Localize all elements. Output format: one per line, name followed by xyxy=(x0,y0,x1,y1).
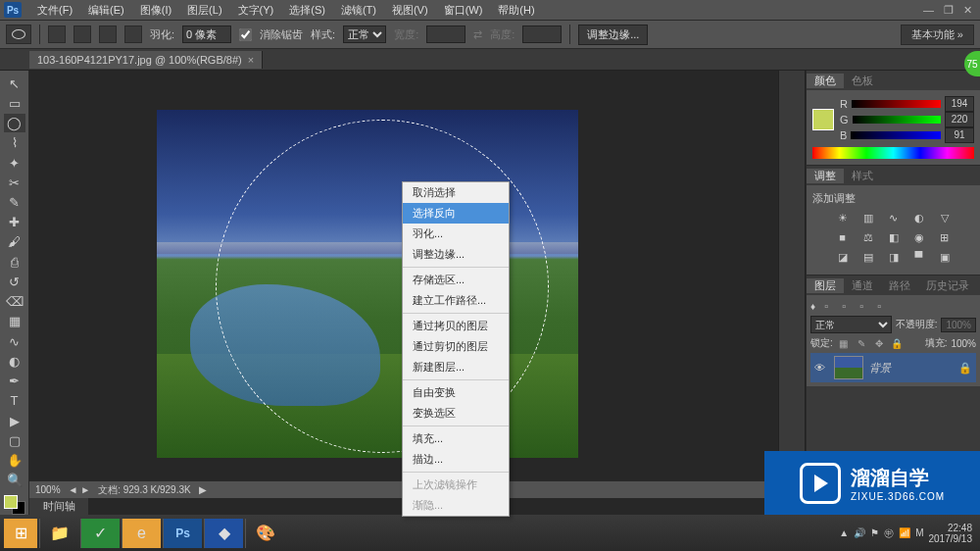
collapsed-panel-strip[interactable] xyxy=(778,71,806,515)
taskbar-app2[interactable]: ◆ xyxy=(204,519,243,548)
context-menu-item[interactable]: 自由变换 xyxy=(403,382,509,403)
start-button[interactable]: ⊞ xyxy=(4,519,37,548)
context-menu-item[interactable]: 变换选区 xyxy=(403,403,509,424)
clock[interactable]: 22:48 2017/9/13 xyxy=(929,523,973,544)
feather-input[interactable] xyxy=(182,25,231,43)
menu-type[interactable]: 文字(Y) xyxy=(230,3,282,18)
refine-edge-button[interactable]: 调整边缘... xyxy=(578,25,648,45)
brush-tool[interactable]: 🖌 xyxy=(4,233,25,251)
gradient-map-icon[interactable]: ▀ xyxy=(910,249,928,265)
tray-icon[interactable]: 📶 xyxy=(899,527,910,538)
style-select[interactable]: 正常 xyxy=(343,25,386,43)
levels-icon[interactable]: ▥ xyxy=(859,210,877,225)
layer-item[interactable]: 👁 背景 🔒 xyxy=(810,353,976,382)
g-value[interactable]: 220 xyxy=(945,112,974,127)
workspace-switcher[interactable]: 基本功能 » xyxy=(901,25,974,45)
g-slider[interactable] xyxy=(853,116,941,124)
context-menu-item[interactable]: 存储选区... xyxy=(403,270,509,290)
selection-subtract[interactable] xyxy=(99,25,117,43)
tab-swatches[interactable]: 色板 xyxy=(844,74,881,88)
hue-spectrum[interactable] xyxy=(812,147,974,159)
gradient-tool[interactable]: ▦ xyxy=(4,313,25,330)
quick-select-tool[interactable]: ✦ xyxy=(4,154,25,172)
layer-name[interactable]: 背景 xyxy=(869,361,953,376)
context-menu-item[interactable]: 选择反向 xyxy=(403,203,509,224)
document-tab[interactable]: 103-160P4121PY17.jpg @ 100%(RGB/8#) × xyxy=(29,51,263,69)
lock-transparency-icon[interactable]: ▦ xyxy=(837,336,851,350)
antialias-checkbox[interactable] xyxy=(239,28,252,41)
vibrance-icon[interactable]: ▽ xyxy=(936,210,954,225)
maximize-button[interactable]: ❐ xyxy=(944,4,954,17)
hue-icon[interactable]: ■ xyxy=(834,229,852,245)
curves-icon[interactable]: ∿ xyxy=(885,210,903,225)
dodge-tool[interactable]: ◐ xyxy=(4,352,25,370)
tab-channels[interactable]: 通道 xyxy=(844,278,881,293)
menu-select[interactable]: 选择(S) xyxy=(281,3,333,18)
visibility-icon[interactable]: 👁 xyxy=(814,362,828,374)
r-slider[interactable] xyxy=(852,100,941,108)
r-value[interactable]: 194 xyxy=(945,96,974,112)
blend-mode-select[interactable]: 正常 xyxy=(810,316,892,333)
taskbar-folder[interactable]: 📁 xyxy=(39,519,78,548)
crop-tool[interactable]: ✂ xyxy=(4,174,25,191)
tray-icon[interactable]: 🔊 xyxy=(854,527,865,538)
stamp-tool[interactable]: ⎙ xyxy=(4,253,25,271)
tab-history[interactable]: 历史记录 xyxy=(918,278,977,293)
rect-marquee-tool[interactable]: ▭ xyxy=(4,94,25,112)
opacity-value[interactable]: 100% xyxy=(941,318,976,332)
posterize-icon[interactable]: ▤ xyxy=(859,249,877,265)
selection-intersect[interactable] xyxy=(124,25,142,43)
foreground-color-swatch[interactable] xyxy=(812,109,834,130)
context-menu-item[interactable]: 通过拷贝的图层 xyxy=(403,316,509,336)
tab-color[interactable]: 颜色 xyxy=(807,74,844,88)
tab-layers[interactable]: 图层 xyxy=(807,278,844,293)
shape-tool[interactable]: ▢ xyxy=(4,431,25,449)
type-tool[interactable]: T xyxy=(4,392,25,410)
path-select-tool[interactable]: ▶ xyxy=(4,412,25,429)
zoom-level[interactable]: 100% xyxy=(35,484,61,495)
b-slider[interactable] xyxy=(851,131,941,139)
lock-position-icon[interactable]: ✥ xyxy=(872,336,886,350)
mixer-icon[interactable]: ⊞ xyxy=(936,229,954,245)
blur-tool[interactable]: ∿ xyxy=(4,332,25,350)
menu-view[interactable]: 视图(V) xyxy=(384,3,436,18)
context-menu-item[interactable]: 通过剪切的图层 xyxy=(403,336,509,357)
taskbar-browser[interactable]: e xyxy=(122,519,161,548)
context-menu-item[interactable]: 建立工作路径... xyxy=(403,290,509,311)
history-brush-tool[interactable]: ↺ xyxy=(4,273,25,290)
timeline-tab[interactable]: 时间轴 xyxy=(29,498,88,515)
eyedropper-tool[interactable]: ✎ xyxy=(4,193,25,211)
lasso-tool[interactable]: ⌇ xyxy=(4,134,25,152)
zoom-tool[interactable]: 🔍 xyxy=(4,472,25,489)
brightness-icon[interactable]: ☀ xyxy=(834,210,852,225)
minimize-button[interactable]: — xyxy=(923,4,934,17)
context-menu-item[interactable]: 取消选择 xyxy=(403,182,509,203)
menu-file[interactable]: 文件(F) xyxy=(29,3,80,18)
ellipse-marquee-tool[interactable]: ◯ xyxy=(4,114,25,131)
taskbar-app1[interactable]: ✓ xyxy=(80,519,120,548)
tray-icon[interactable]: ▲ xyxy=(839,527,849,538)
context-menu-item[interactable]: 羽化... xyxy=(403,224,509,244)
tab-paths[interactable]: 路径 xyxy=(881,278,918,293)
document-size[interactable]: 文档: 929.3 K/929.3K xyxy=(98,483,191,497)
selective-icon[interactable]: ▣ xyxy=(936,249,954,265)
balance-icon[interactable]: ⚖ xyxy=(859,229,877,245)
menu-filter[interactable]: 滤镜(T) xyxy=(333,3,384,18)
selection-add[interactable] xyxy=(74,25,91,43)
tray-icon[interactable]: M xyxy=(915,527,923,538)
close-button[interactable]: ✕ xyxy=(963,4,972,17)
lock-pixels-icon[interactable]: ✎ xyxy=(855,336,868,350)
menu-window[interactable]: 窗口(W) xyxy=(436,3,491,18)
tray-icon[interactable]: ㊥ xyxy=(884,526,894,540)
invert-icon[interactable]: ◪ xyxy=(834,249,852,265)
context-menu-item[interactable]: 填充... xyxy=(403,428,509,449)
menu-image[interactable]: 图像(I) xyxy=(132,3,179,18)
lock-all-icon[interactable]: 🔒 xyxy=(890,336,904,350)
hand-tool[interactable]: ✋ xyxy=(4,451,25,469)
tab-adjustments[interactable]: 调整 xyxy=(807,169,844,183)
b-value[interactable]: 91 xyxy=(945,127,974,143)
taskbar-photoshop[interactable]: Ps xyxy=(163,519,202,548)
tool-preset-picker[interactable] xyxy=(6,25,31,44)
healing-tool[interactable]: ✚ xyxy=(4,214,25,231)
context-menu-item[interactable]: 新建图层... xyxy=(403,357,509,377)
